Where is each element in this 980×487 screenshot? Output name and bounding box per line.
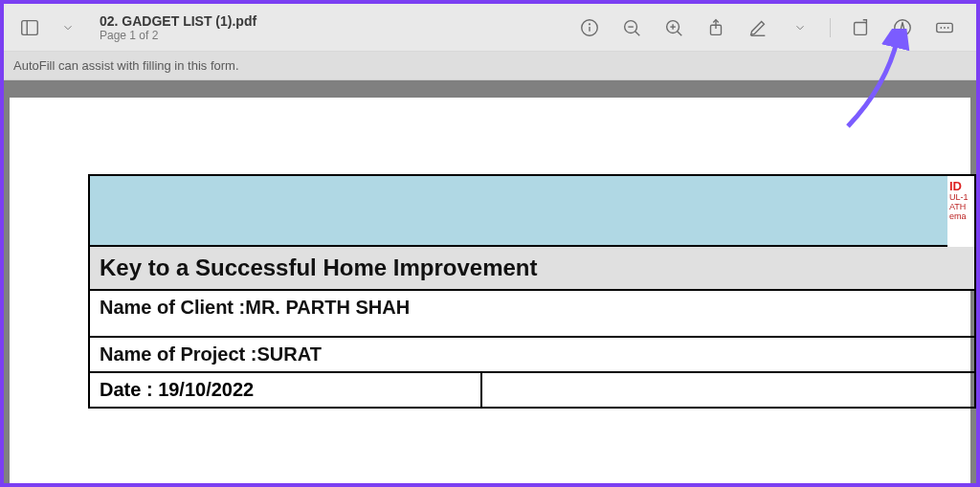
markup-pen-button[interactable]: [744, 13, 772, 42]
svg-point-21: [947, 27, 949, 29]
page-indicator: Page 1 of 2: [100, 29, 256, 42]
svg-line-6: [635, 31, 640, 35]
sidebar-menu-chevron[interactable]: [54, 13, 82, 42]
toolbar-right: [575, 13, 965, 42]
logo-line4: ema: [949, 212, 972, 222]
project-row: Name of Project : SURAT: [90, 338, 974, 373]
rotate-button[interactable]: [846, 13, 875, 42]
date-row: Date : 19/10/2022: [90, 373, 974, 409]
svg-line-9: [678, 31, 682, 35]
project-label: Name of Project :: [100, 343, 256, 365]
svg-rect-15: [855, 22, 867, 34]
logo-line1: ID: [949, 180, 972, 193]
toolbar-left: 02. GADGET LIST (1).pdf Page 1 of 2: [15, 13, 256, 42]
autofill-message: AutoFill can assist with filling in this…: [13, 58, 239, 73]
sidebar-toggle-button[interactable]: [15, 13, 44, 42]
client-value: MR. PARTH SHAH: [245, 297, 410, 319]
svg-point-20: [944, 27, 946, 29]
toolbar-divider: [830, 18, 831, 37]
logo-box: ID UL-1 ATH ema: [947, 176, 974, 247]
pdf-page: ID UL-1 ATH ema Key to a Successful Home…: [10, 98, 970, 483]
client-row: Name of Client : MR. PARTH SHAH: [90, 291, 974, 338]
toolbar: 02. GADGET LIST (1).pdf Page 1 of 2: [4, 4, 976, 52]
info-button[interactable]: [575, 13, 604, 42]
zoom-in-button[interactable]: [659, 13, 688, 42]
document-viewport[interactable]: ID UL-1 ATH ema Key to a Successful Home…: [4, 80, 976, 483]
autofill-bar: AutoFill can assist with filling in this…: [4, 52, 976, 80]
project-value: SURAT: [256, 343, 321, 365]
document-table: ID UL-1 ATH ema Key to a Successful Home…: [88, 174, 976, 409]
date-label: Date :: [100, 379, 158, 400]
zoom-out-button[interactable]: [617, 13, 646, 42]
client-label: Name of Client :: [100, 297, 245, 319]
form-fields-button[interactable]: [930, 13, 959, 42]
header-band: ID UL-1 ATH ema: [90, 176, 974, 247]
section-title: Key to a Successful Home Improvement: [100, 255, 537, 281]
markup-menu-chevron[interactable]: [786, 13, 814, 42]
title-group: 02. GADGET LIST (1).pdf Page 1 of 2: [100, 13, 256, 42]
section-title-row: Key to a Successful Home Improvement: [90, 247, 974, 291]
svg-rect-0: [22, 20, 38, 34]
date-value: 19/10/2022: [158, 379, 254, 400]
svg-point-4: [590, 23, 590, 24]
share-button[interactable]: [702, 13, 730, 42]
svg-point-19: [940, 27, 942, 29]
date-cell-left: Date : 19/10/2022: [90, 373, 482, 407]
highlight-button[interactable]: [888, 13, 917, 42]
date-cell-right: [482, 373, 974, 407]
document-title: 02. GADGET LIST (1).pdf: [100, 13, 256, 29]
